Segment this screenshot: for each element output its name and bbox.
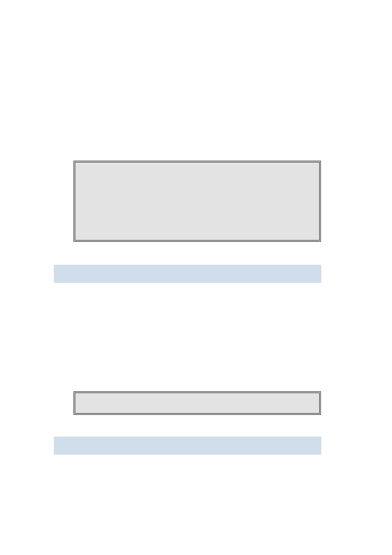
gray-box-1 [74,161,321,242]
gray-box-2 [74,391,321,415]
blue-bar-1 [54,265,321,283]
blue-bar-2 [54,437,321,455]
page [0,0,392,555]
